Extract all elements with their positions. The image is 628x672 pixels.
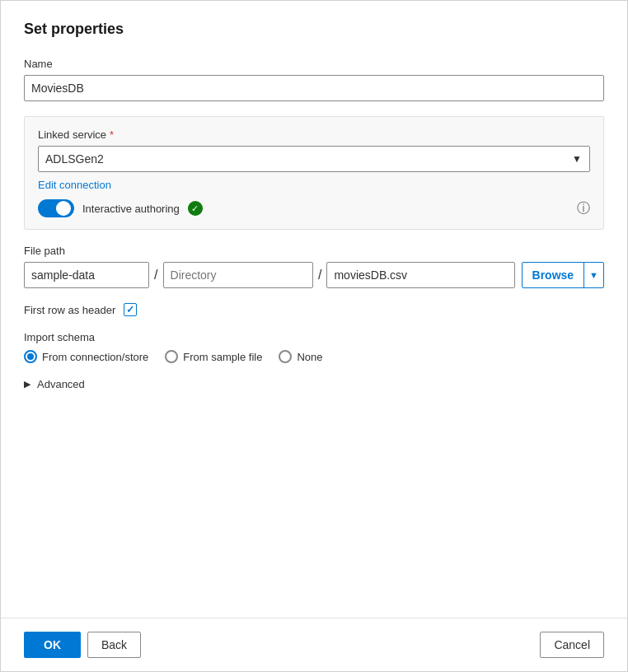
toggle-thumb <box>56 201 71 216</box>
file-path-row: / / Browse ▼ <box>24 262 604 288</box>
first-row-checkbox[interactable]: ✓ <box>124 303 137 316</box>
file-path-segment1-input[interactable] <box>24 262 149 288</box>
linked-service-label: Linked service * <box>38 128 590 141</box>
import-schema-section: Import schema From connection/store From… <box>24 331 604 363</box>
radio-outer-none <box>279 350 292 363</box>
edit-connection-link[interactable]: Edit connection <box>38 179 111 191</box>
path-separator-1: / <box>149 268 162 282</box>
radio-from-connection[interactable]: From connection/store <box>24 350 148 363</box>
radio-outer-from-connection <box>24 350 37 363</box>
ok-button[interactable]: OK <box>24 632 81 658</box>
radio-from-sample[interactable]: From sample file <box>165 350 262 363</box>
file-path-segment1-wrapper <box>24 262 149 288</box>
interactive-authoring-toggle[interactable] <box>38 199 74 217</box>
panel-footer: OK Back Cancel <box>1 618 627 671</box>
required-indicator: * <box>110 128 114 141</box>
name-input[interactable] <box>24 75 604 101</box>
import-schema-label: Import schema <box>24 331 604 343</box>
advanced-section[interactable]: ▶ Advanced <box>24 378 604 390</box>
linked-service-section: Linked service * ADLSGen2 ▼ Edit connect… <box>24 116 604 230</box>
radio-from-sample-label: From sample file <box>183 351 262 363</box>
file-path-section: File path / / Browse ▼ <box>24 245 604 288</box>
back-button[interactable]: Back <box>87 632 141 658</box>
info-icon[interactable]: ⓘ <box>577 200 590 217</box>
first-row-header-row: First row as header ✓ <box>24 303 604 316</box>
advanced-label: Advanced <box>37 378 85 390</box>
interactive-authoring-label: Interactive authoring <box>82 203 180 215</box>
name-field-group: Name <box>24 58 604 101</box>
radio-outer-from-sample <box>165 350 178 363</box>
linked-service-select[interactable]: ADLSGen2 <box>38 146 590 172</box>
linked-service-select-wrapper: ADLSGen2 ▼ <box>38 146 590 172</box>
checkbox-check-icon: ✓ <box>126 304 134 315</box>
browse-chevron-icon: ▼ <box>584 263 603 287</box>
path-separator-2: / <box>313 268 326 282</box>
first-row-label: First row as header <box>24 304 115 316</box>
radio-none[interactable]: None <box>279 350 322 363</box>
radio-none-label: None <box>297 351 322 363</box>
interactive-authoring-row: Interactive authoring ✓ ⓘ <box>38 199 590 217</box>
file-path-segment2-wrapper <box>163 262 313 288</box>
browse-button[interactable]: Browse ▼ <box>522 262 604 288</box>
browse-button-label: Browse <box>523 263 585 287</box>
cancel-button[interactable]: Cancel <box>540 632 604 658</box>
import-schema-radio-group: From connection/store From sample file N… <box>24 350 604 363</box>
file-path-label: File path <box>24 245 604 257</box>
radio-inner-from-connection <box>27 353 34 360</box>
set-properties-panel: Set properties Name Linked service * ADL… <box>0 0 628 672</box>
status-check-icon: ✓ <box>188 201 203 216</box>
toggle-track <box>38 199 74 217</box>
panel-title: Set properties <box>24 21 604 38</box>
file-path-segment2-input[interactable] <box>163 262 313 288</box>
name-label: Name <box>24 58 604 70</box>
file-path-segment3-input[interactable] <box>326 262 514 288</box>
chevron-right-icon: ▶ <box>24 379 30 390</box>
radio-from-connection-label: From connection/store <box>42 351 148 363</box>
file-path-segment3-wrapper <box>326 262 514 288</box>
